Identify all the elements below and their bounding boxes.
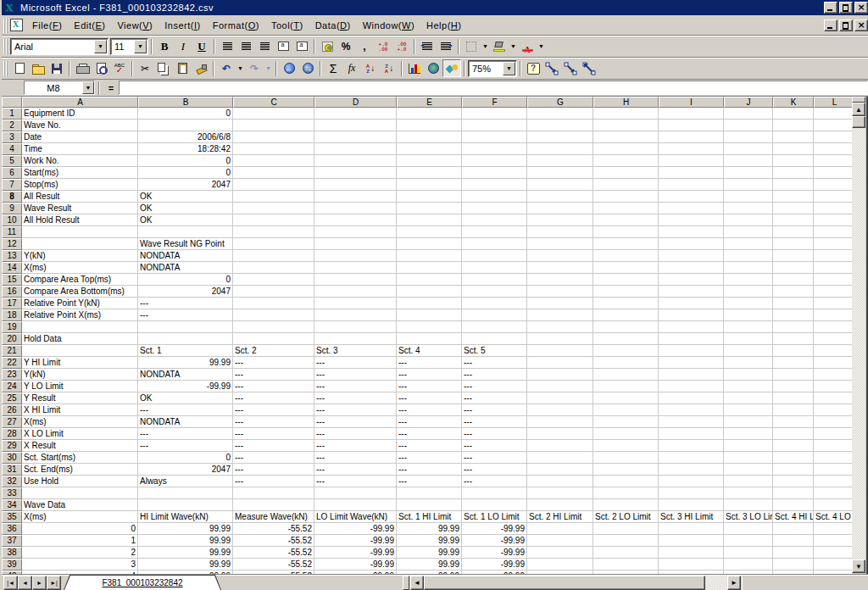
cell-G8[interactable]	[527, 191, 593, 203]
cell-B29[interactable]: ---	[138, 440, 233, 452]
cut-button[interactable]: ✂	[136, 59, 154, 77]
print-preview-button[interactable]	[92, 59, 110, 77]
row-header-16[interactable]: 16	[2, 286, 22, 298]
cell-J16[interactable]	[724, 286, 773, 298]
cell-H13[interactable]	[593, 250, 659, 262]
cell-B10[interactable]: OK	[138, 214, 233, 226]
cell-A15[interactable]: Compare Area Top(ms)	[22, 274, 138, 286]
cell-E7[interactable]	[397, 179, 462, 191]
cell-G37[interactable]	[527, 535, 593, 547]
cell-I33[interactable]	[659, 487, 724, 499]
cell-K4[interactable]	[773, 143, 814, 155]
cell-L1[interactable]	[814, 108, 855, 120]
cell-D19[interactable]	[314, 321, 397, 333]
italic-button[interactable]: I	[174, 37, 192, 55]
cell-I31[interactable]	[659, 464, 724, 476]
cell-D15[interactable]	[314, 274, 397, 286]
cell-H23[interactable]	[593, 369, 659, 381]
row-header-22[interactable]: 22	[2, 357, 22, 369]
cell-E22[interactable]: ---	[397, 357, 462, 369]
cell-H9[interactable]	[593, 203, 659, 214]
cell-K25[interactable]	[773, 392, 814, 404]
bold-button[interactable]: B	[155, 37, 174, 55]
cell-F35[interactable]: Sct. 1 LO Limit	[462, 511, 527, 523]
cell-G12[interactable]	[527, 238, 593, 250]
cell-F21[interactable]: Sct. 5	[462, 345, 527, 357]
cell-B23[interactable]: NONDATA	[138, 369, 233, 381]
cell-L28[interactable]	[814, 428, 855, 440]
cell-E5[interactable]	[397, 155, 462, 167]
cell-F24[interactable]: ---	[462, 381, 527, 392]
cell-G27[interactable]	[527, 416, 593, 428]
cell-J15[interactable]	[724, 274, 773, 286]
cell-A17[interactable]: Relative Point Y(kN)	[22, 298, 138, 309]
cell-C14[interactable]	[233, 262, 314, 274]
minimize-button[interactable]	[824, 2, 837, 14]
cell-J20[interactable]	[724, 333, 773, 345]
cell-H27[interactable]	[593, 416, 659, 428]
cell-E15[interactable]	[397, 274, 462, 286]
cell-J21[interactable]	[724, 345, 773, 357]
next-sheet-button[interactable]: ►	[32, 576, 47, 590]
cell-I17[interactable]	[659, 298, 724, 309]
cell-J2[interactable]	[724, 120, 773, 131]
cell-B16[interactable]: 2047	[138, 286, 233, 298]
insert-hyperlink-button[interactable]	[280, 59, 298, 77]
cell-B13[interactable]: NONDATA	[138, 250, 233, 262]
column-header-I[interactable]: I	[659, 97, 724, 108]
menu-file[interactable]: File(F)	[26, 18, 68, 33]
cell-C39[interactable]: -55.52	[233, 559, 314, 571]
cell-D27[interactable]: ---	[314, 416, 397, 428]
open-button[interactable]	[29, 59, 47, 77]
cell-H36[interactable]	[593, 523, 659, 535]
cell-H6[interactable]	[593, 167, 659, 179]
cell-E19[interactable]	[397, 321, 462, 333]
cell-G28[interactable]	[527, 428, 593, 440]
vertical-scrollbar[interactable]: ▲ ▼	[852, 97, 866, 574]
cell-G29[interactable]	[527, 440, 593, 452]
cell-I22[interactable]	[659, 357, 724, 369]
cell-K37[interactable]	[773, 535, 814, 547]
scroll-left-button[interactable]: ◄	[410, 576, 424, 590]
menu-window[interactable]: Window(W)	[357, 18, 420, 33]
formula-input[interactable]	[119, 81, 868, 95]
cell-F6[interactable]	[462, 167, 527, 179]
restore-button[interactable]	[839, 2, 853, 14]
row-header-24[interactable]: 24	[2, 381, 22, 392]
cell-J11[interactable]	[724, 226, 773, 238]
cell-B12[interactable]: Wave Result NG Point	[138, 238, 233, 250]
cell-I36[interactable]	[659, 523, 724, 535]
cell-F38[interactable]: -99.99	[462, 547, 527, 559]
cell-B28[interactable]: ---	[138, 428, 233, 440]
cell-H31[interactable]	[593, 464, 659, 476]
cell-H21[interactable]	[593, 345, 659, 357]
cell-F13[interactable]	[462, 250, 527, 262]
cell-D23[interactable]: ---	[314, 369, 397, 381]
menubar-grip[interactable]	[3, 18, 8, 33]
cell-J9[interactable]	[724, 203, 773, 214]
row-header-36[interactable]: 36	[2, 523, 22, 535]
cell-G38[interactable]	[527, 547, 593, 559]
cell-C9[interactable]	[233, 203, 314, 214]
cell-A2[interactable]: Wave No.	[22, 120, 138, 131]
cell-I5[interactable]	[659, 155, 724, 167]
cell-L32[interactable]	[814, 476, 855, 487]
cell-B14[interactable]: NONDATA	[138, 262, 233, 274]
workbook-restore-button[interactable]	[839, 19, 853, 31]
column-header-J[interactable]: J	[724, 97, 773, 108]
undo-button[interactable]: ↶	[217, 59, 236, 77]
cell-F33[interactable]	[462, 487, 527, 499]
cell-H24[interactable]	[593, 381, 659, 392]
cell-B36[interactable]: 99.99	[138, 523, 233, 535]
row-header-20[interactable]: 20	[2, 333, 22, 345]
cell-E29[interactable]: ---	[397, 440, 462, 452]
cell-K15[interactable]	[773, 274, 814, 286]
cell-F12[interactable]	[462, 238, 527, 250]
cell-I27[interactable]	[659, 416, 724, 428]
cell-H20[interactable]	[593, 333, 659, 345]
workbook-icon[interactable]	[10, 19, 23, 31]
cell-J25[interactable]	[724, 392, 773, 404]
cell-B20[interactable]	[138, 333, 233, 345]
cell-B6[interactable]: 0	[138, 167, 233, 179]
align-center-button[interactable]	[236, 37, 255, 55]
